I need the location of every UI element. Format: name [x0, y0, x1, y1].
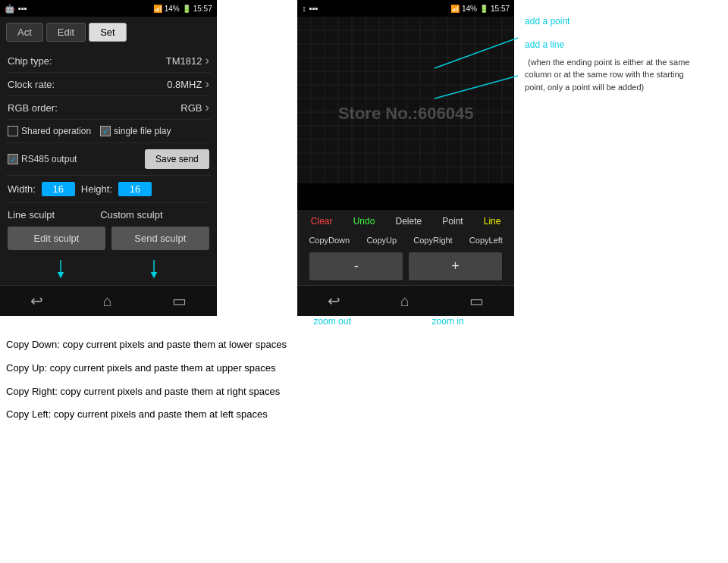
zoom-out-label: zoom out	[313, 316, 350, 327]
action-buttons-row: Clear Undo Delete Point Line	[297, 210, 514, 233]
delete-button[interactable]: Delete	[392, 214, 425, 228]
add-line-annotation: add a line	[525, 39, 728, 50]
phone-left-content: Act Edit Set Chip type: TM1812 › Clock r…	[0, 17, 217, 285]
shared-operation-label: Shared operation	[21, 126, 91, 136]
save-send-button[interactable]: Save send	[145, 149, 209, 169]
chip-type-row: Chip type: TM1812 ›	[6, 49, 211, 73]
time-right: 15:57	[491, 5, 510, 13]
clock-rate-arrow: ›	[205, 77, 209, 91]
annotation-area: add a point add a line (when the ending …	[514, 0, 728, 316]
zoom-out-button[interactable]: -	[309, 252, 403, 280]
status-icons-left: 🤖 ▪▪▪	[5, 4, 27, 14]
left-phone: 🤖 ▪▪▪ 📶 14% 🔋 15:57 Act Edit Set Chip ty…	[0, 0, 217, 316]
single-file-label: single file play	[114, 126, 171, 136]
status-bar-left: 🤖 ▪▪▪ 📶 14% 🔋 15:57	[0, 0, 217, 17]
grid-canvas[interactable]: Store No.:606045	[297, 17, 514, 210]
tab-edit[interactable]: Edit	[46, 23, 86, 42]
clock-rate-row: Clock rate: 0.8MHZ ›	[6, 73, 211, 96]
zoom-labels: zoom out zoom in	[273, 316, 504, 327]
grid-svg	[297, 17, 514, 183]
clock-rate-label: Clock rate:	[8, 79, 55, 90]
rgb-order-row: RGB order: RGB ›	[6, 96, 211, 120]
zoom-in-button[interactable]: +	[409, 252, 502, 280]
back-icon-right[interactable]: ↩	[328, 292, 340, 310]
copy-right-button[interactable]: CopyRight	[413, 236, 452, 245]
back-icon-left[interactable]: ↩	[30, 292, 43, 310]
wifi-icon: 📶	[153, 5, 162, 13]
tab-set[interactable]: Set	[89, 23, 127, 42]
rs485-left: ✓ RS485 output	[8, 154, 77, 164]
time-left: 15:57	[193, 5, 212, 13]
usb-icon: ↕	[302, 4, 306, 13]
signal-icon-right: ▪▪▪	[309, 4, 318, 13]
height-label: Height:	[81, 183, 112, 195]
clock-rate-value: 0.8MHZ	[167, 79, 202, 90]
rgb-order-arrow: ›	[205, 101, 209, 114]
battery-icon: 🔋	[182, 5, 191, 13]
recents-icon-left[interactable]: ▭	[172, 292, 187, 310]
status-icons-right-left: ↕ ▪▪▪	[302, 4, 318, 13]
line-button[interactable]: Line	[481, 214, 504, 228]
zoom-in-label: zoom in	[432, 316, 464, 327]
add-point-label: add a point	[525, 16, 570, 27]
checkbox-row: Shared operation ✓ single file play	[6, 120, 211, 143]
zoom-buttons-row: - +	[297, 248, 514, 285]
single-file-box[interactable]: ✓	[100, 126, 111, 136]
rs485-row: ✓ RS485 output Save send	[6, 143, 211, 176]
status-icons-right-right: 📶 14% 🔋 15:57	[450, 5, 510, 13]
copy-up-button[interactable]: CopyUp	[366, 236, 397, 245]
undo-button[interactable]: Undo	[350, 214, 378, 228]
copy-down-button[interactable]: CopyDown	[309, 236, 350, 245]
status-icons-right: 📶 14% 🔋 15:57	[153, 5, 212, 13]
edit-sculpt-button[interactable]: Edit sculpt	[8, 227, 105, 250]
desc-copy-right: Copy Right: copy current pixels and past…	[6, 384, 722, 400]
home-icon-left[interactable]: ⌂	[103, 292, 112, 310]
rgb-order-value: RGB	[180, 102, 202, 114]
bottom-nav-right: ↩ ⌂ ▭	[297, 285, 514, 316]
wifi-icon-right: 📶	[450, 5, 460, 13]
shared-operation-checkbox[interactable]: Shared operation	[8, 126, 91, 136]
chip-type-label: Chip type:	[8, 55, 52, 67]
height-input[interactable]	[118, 182, 152, 196]
add-point-annotation: add a point	[525, 15, 728, 27]
android-icon: 🤖	[5, 4, 15, 14]
desc-copy-left: Copy Left: copy current pixels and paste…	[6, 407, 722, 423]
shared-op-box[interactable]	[8, 126, 18, 136]
bottom-nav-left: ↩ ⌂ ▭	[0, 285, 217, 316]
battery-icon-right: 🔋	[479, 5, 488, 13]
status-bar-right: ↕ ▪▪▪ 📶 14% 🔋 15:57	[297, 0, 514, 17]
width-height-row: Width: Height:	[6, 176, 211, 203]
add-line-note-text: (when the ending point is either at the …	[525, 58, 689, 92]
width-input[interactable]	[42, 182, 75, 196]
add-line-note: (when the ending point is either at the …	[525, 56, 692, 93]
rs485-checkbox[interactable]: ✓	[8, 154, 18, 164]
home-icon-right[interactable]: ⌂	[400, 292, 410, 310]
tab-bar: Act Edit Set	[6, 23, 211, 42]
arrow-indicators	[6, 256, 211, 279]
copy-left-button[interactable]: CopyLeft	[469, 236, 503, 245]
copy-buttons-row: CopyDown CopyUp CopyRight CopyLeft	[297, 233, 514, 248]
recents-icon-right[interactable]: ▭	[469, 292, 484, 310]
send-sculpt-button[interactable]: Send sculpt	[111, 227, 209, 250]
custom-sculpt-label: Custom sculpt	[100, 209, 162, 221]
signal-icon: ▪▪▪	[18, 4, 27, 13]
svg-rect-2	[297, 17, 514, 183]
line-sculpt-label: Line sculpt	[8, 209, 55, 221]
sculpt-buttons: Edit sculpt Send sculpt	[6, 224, 211, 256]
zoom-labels-row: zoom out zoom in	[273, 316, 728, 327]
chip-type-value: TM1812	[166, 55, 202, 67]
right-phone: ↕ ▪▪▪ 📶 14% 🔋 15:57	[297, 0, 514, 316]
clear-button[interactable]: Clear	[308, 214, 336, 228]
battery-level-left: 14%	[165, 5, 180, 13]
single-file-play-checkbox[interactable]: ✓ single file play	[100, 126, 171, 136]
rgb-order-label: RGB order:	[8, 102, 58, 114]
desc-copy-up: Copy Up: copy current pixels and paste t…	[6, 361, 722, 377]
width-label: Width:	[8, 183, 36, 195]
tab-act[interactable]: Act	[6, 23, 43, 42]
description-area: Copy Down: copy current pixels and paste…	[0, 327, 728, 423]
sculpt-labels: Line sculpt Custom sculpt	[6, 203, 211, 224]
chip-type-arrow: ›	[205, 54, 209, 67]
point-button[interactable]: Point	[439, 214, 466, 228]
phones-gap	[217, 0, 256, 316]
rs485-label: RS485 output	[21, 154, 77, 164]
